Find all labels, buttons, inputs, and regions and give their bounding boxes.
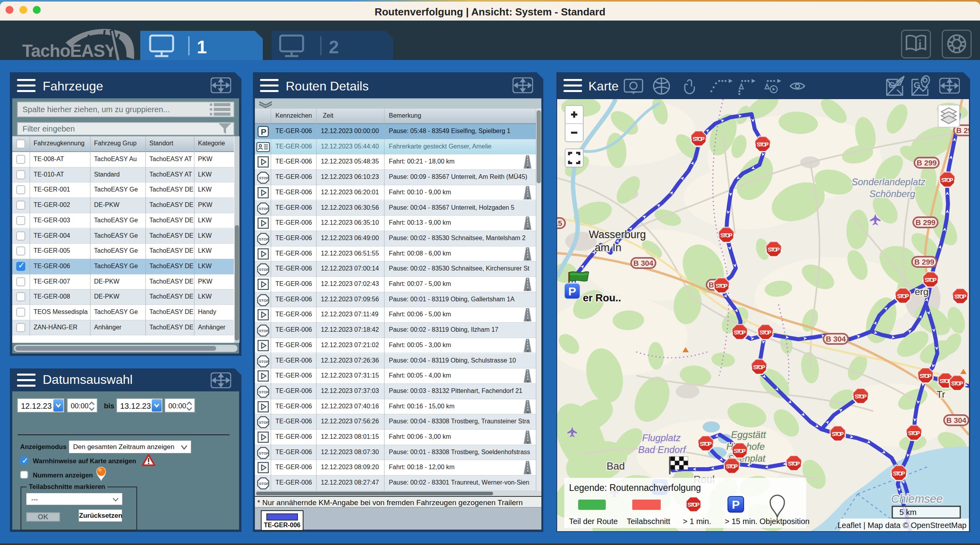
svg-text:STOP: STOP <box>832 431 844 437</box>
svg-text:B 304: B 304 <box>633 259 654 267</box>
svg-text:Sonderlandeplatz: Sonderlandeplatz <box>852 177 925 187</box>
svg-text:STOP: STOP <box>700 441 712 447</box>
svg-text:Teil der Route: Teil der Route <box>569 517 618 526</box>
svg-text:STOP: STOP <box>893 470 905 477</box>
svg-text:Tr: Tr <box>937 389 945 400</box>
svg-text:Leaflet | Map data © OpenStree: Leaflet | Map data © OpenStreetMap <box>837 521 967 530</box>
svg-text:STOP: STOP <box>954 293 966 300</box>
svg-text:1: 1 <box>197 37 207 57</box>
svg-text:B 304: B 304 <box>826 335 846 343</box>
svg-text:Objektposition: Objektposition <box>760 517 810 526</box>
svg-text:STOP: STOP <box>855 393 867 400</box>
svg-text:Eggstätt: Eggstätt <box>731 429 766 440</box>
svg-text:2: 2 <box>329 37 339 57</box>
svg-text:STOP: STOP <box>734 329 746 336</box>
svg-text:STOP: STOP <box>897 293 909 299</box>
svg-text:P: P <box>732 498 740 511</box>
svg-text:i: i <box>918 38 922 51</box>
svg-text:STOP: STOP <box>259 420 269 425</box>
svg-text:Schönberg: Schönberg <box>869 188 916 199</box>
svg-text:P: P <box>261 127 266 136</box>
svg-text:STOP: STOP <box>259 237 269 241</box>
svg-text:P: P <box>568 285 576 298</box>
svg-text:STOP: STOP <box>951 380 963 387</box>
svg-text:STOP: STOP <box>788 460 800 467</box>
svg-text:STOP: STOP <box>757 141 769 148</box>
svg-text:STOP: STOP <box>259 298 269 303</box>
svg-text:STOP: STOP <box>259 481 269 486</box>
svg-text:STOP: STOP <box>259 267 269 272</box>
svg-text:B 299: B 299 <box>917 159 937 167</box>
svg-text:B 299: B 299 <box>914 258 935 266</box>
svg-text:B 304: B 304 <box>946 416 967 425</box>
svg-text:5 km: 5 km <box>899 508 916 517</box>
svg-text:STOP: STOP <box>941 177 953 183</box>
svg-text:STOP: STOP <box>259 359 269 364</box>
svg-text:Bad Endorf: Bad Endorf <box>638 444 686 455</box>
svg-text:STOP: STOP <box>259 390 269 394</box>
svg-text:15: 15 <box>557 219 562 227</box>
svg-text:STOP: STOP <box>760 329 771 336</box>
svg-text:> 1 min.: > 1 min. <box>683 517 711 526</box>
svg-text:Chiemsee: Chiemsee <box>891 492 943 505</box>
svg-text:STOP: STOP <box>259 329 269 333</box>
svg-text:> 15 min.: > 15 min. <box>725 517 758 526</box>
svg-text:Wasserburg: Wasserburg <box>589 229 646 241</box>
svg-text:Flugplatz: Flugplatz <box>642 432 680 443</box>
svg-text:STOP: STOP <box>908 430 920 436</box>
svg-text:Bad: Bad <box>607 460 625 472</box>
svg-text:STOP: STOP <box>720 232 732 239</box>
svg-text:STOP: STOP <box>688 502 699 508</box>
svg-text:STOP: STOP <box>259 176 269 180</box>
svg-text:STOP: STOP <box>920 373 931 379</box>
svg-text:B 299: B 299 <box>956 126 969 135</box>
svg-text:erg: erg <box>915 286 929 297</box>
svg-text:STOP: STOP <box>768 246 780 253</box>
svg-text:Teilabschnitt: Teilabschnitt <box>627 517 671 526</box>
svg-text:STOP: STOP <box>693 136 705 142</box>
svg-text:STOP: STOP <box>259 451 269 455</box>
svg-text:G: G <box>914 80 920 90</box>
svg-text:er Rou..: er Rou.. <box>583 292 621 304</box>
svg-text:STOP: STOP <box>753 364 765 370</box>
svg-text:am In: am In <box>595 242 622 254</box>
svg-text:STOP: STOP <box>726 463 738 470</box>
svg-text:Legende: Routennachverfolgung: Legende: Routennachverfolgung <box>569 483 701 493</box>
svg-text:B 299: B 299 <box>916 218 936 227</box>
svg-text:STOP: STOP <box>259 207 269 211</box>
svg-text:STOP: STOP <box>734 448 746 454</box>
svg-text:STOP: STOP <box>925 277 937 283</box>
svg-text:STOP: STOP <box>716 283 727 289</box>
